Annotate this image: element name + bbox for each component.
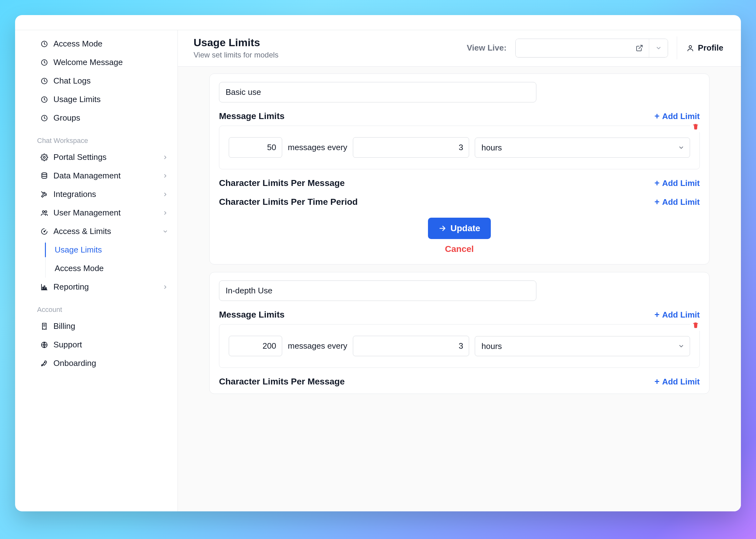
profile-label: Profile [698, 43, 723, 53]
sidebar-item-label: Billing [53, 321, 169, 331]
trash-icon [692, 123, 699, 130]
sidebar-nested-access-limits: Usage LimitsAccess Mode [15, 241, 178, 278]
message-count-input[interactable] [229, 336, 282, 356]
chevron-right-icon [162, 284, 169, 290]
messages-every-label: messages every [288, 143, 347, 152]
view-live-picker [515, 38, 668, 57]
svg-line-20 [639, 45, 642, 49]
clock-icon [40, 77, 48, 85]
view-live-label: View Live: [466, 43, 507, 53]
add-limit-button[interactable]: + Add Limit [654, 197, 700, 207]
sidebar-item-reporting[interactable]: Reporting [15, 278, 178, 296]
message-count-input[interactable] [229, 137, 282, 158]
plus-icon: + [654, 310, 659, 319]
database-icon [40, 172, 48, 180]
message-limit-row: messages every hours [219, 126, 700, 169]
sidebar-item-groups[interactable]: Groups [15, 109, 178, 127]
cancel-label: Cancel [445, 244, 474, 254]
sidebar-subitem-access-mode-sub[interactable]: Access Mode [15, 259, 178, 278]
limit-card-0: Message Limits + Add Limit messages ever… [209, 73, 710, 265]
view-live-input[interactable] [516, 39, 630, 57]
clock-icon [40, 96, 48, 104]
page-title: Usage Limits [194, 37, 458, 49]
sidebar-item-access-limits[interactable]: Access & Limits [15, 222, 178, 241]
sidebar-item-integrations[interactable]: Integrations [15, 185, 178, 203]
sidebar-item-label: Groups [53, 113, 169, 123]
globe-icon [40, 341, 48, 349]
section-header-char-per-message: Character Limits Per Message + Add Limit [219, 377, 700, 387]
svg-point-8 [42, 211, 44, 213]
sidebar-item-label: Portal Settings [53, 152, 157, 162]
user-icon [686, 44, 695, 52]
limit-card-name-input[interactable] [219, 280, 536, 301]
limit-card-name-input[interactable] [219, 82, 536, 103]
time-unit-select[interactable]: hours [475, 138, 690, 158]
svg-point-5 [43, 156, 45, 158]
section-header-char-per-message: Character Limits Per Message + Add Limit [219, 178, 700, 188]
cancel-button[interactable]: Cancel [445, 244, 474, 254]
plus-icon: + [654, 179, 659, 188]
time-unit-select[interactable]: hours [475, 336, 690, 356]
delete-limit-button[interactable] [690, 319, 701, 331]
tools-icon [40, 191, 48, 198]
external-link-icon [636, 44, 643, 52]
main: Usage Limits View set limits for models … [178, 30, 741, 511]
content[interactable]: Message Limits + Add Limit messages ever… [178, 67, 741, 511]
plus-icon: + [654, 377, 659, 386]
message-every-input[interactable] [353, 137, 469, 158]
add-limit-button[interactable]: + Add Limit [654, 310, 700, 320]
sidebar-item-label: Reporting [53, 282, 157, 292]
card-actions: Update Cancel [219, 210, 700, 261]
sidebar-subitem-usage-limits[interactable]: Usage Limits [15, 241, 178, 259]
section-title: Character Limits Per Message [219, 377, 345, 387]
clock-icon [40, 58, 48, 67]
page-subtitle: View set limits for models [194, 50, 458, 59]
section-title: Message Limits [219, 111, 285, 121]
chevron-right-icon [162, 173, 169, 179]
section-header-char-per-time: Character Limits Per Time Period + Add L… [219, 197, 700, 207]
sidebar-item-label: User Management [53, 208, 157, 218]
sidebar-item-usage-limits-sidebar-top[interactable]: Usage Limits [15, 90, 178, 109]
gauge-icon [40, 227, 48, 236]
sidebar-item-user-management[interactable]: User Management [15, 203, 178, 222]
sidebar-item-chat-logs[interactable]: Chat Logs [15, 72, 178, 90]
section-header-message-limits: Message Limits + Add Limit [219, 111, 700, 121]
view-live-open-button[interactable] [630, 39, 649, 57]
svg-rect-15 [45, 288, 46, 289]
sidebar-item-portal-settings[interactable]: Portal Settings [15, 148, 178, 167]
sidebar-item-label: Usage Limits [53, 95, 169, 104]
message-every-input[interactable] [353, 336, 469, 356]
sidebar-item-billing[interactable]: Billing [15, 317, 178, 336]
sidebar-item-access-mode[interactable]: Access Mode [15, 35, 178, 53]
sidebar-item-label: Access & Limits [53, 226, 157, 236]
section-title: Character Limits Per Time Period [219, 197, 358, 207]
clock-icon [40, 40, 48, 48]
page-header: Usage Limits View set limits for models … [178, 30, 741, 67]
add-limit-button[interactable]: + Add Limit [654, 377, 700, 387]
sidebar-group-account: Account Billing Support Onboarding [15, 297, 178, 374]
trash-icon [692, 322, 699, 329]
chevron-right-icon [162, 209, 169, 216]
sidebar-item-label: Integrations [53, 190, 157, 199]
sidebar-item-onboarding[interactable]: Onboarding [15, 354, 178, 372]
sidebar-item-label: Data Management [53, 171, 157, 181]
sidebar-item-welcome-message[interactable]: Welcome Message [15, 53, 178, 72]
chevron-down-icon [162, 228, 169, 235]
sidebar-item-support[interactable]: Support [15, 336, 178, 354]
main-layout: Access Mode Welcome Message Chat Logs Us… [15, 30, 741, 511]
sidebar-group-workspace: Chat Workspace Portal Settings Data Mana… [15, 128, 178, 297]
update-button[interactable]: Update [428, 218, 491, 239]
sidebar-group-title-workspace: Chat Workspace [15, 130, 178, 148]
delete-limit-button[interactable] [690, 121, 701, 132]
sidebar-item-data-management[interactable]: Data Management [15, 167, 178, 185]
profile-link[interactable]: Profile [686, 43, 723, 53]
add-limit-button[interactable]: + Add Limit [654, 112, 700, 121]
add-limit-button[interactable]: + Add Limit [654, 179, 700, 188]
bar-chart-icon [40, 283, 48, 291]
messages-every-label: messages every [288, 341, 347, 351]
section-title: Message Limits [219, 310, 285, 320]
section-title: Character Limits Per Message [219, 178, 345, 188]
message-limit-row: messages every hours [219, 324, 700, 368]
view-live-dropdown-button[interactable] [649, 39, 668, 57]
sidebar-subitem-label: Usage Limits [55, 245, 102, 255]
